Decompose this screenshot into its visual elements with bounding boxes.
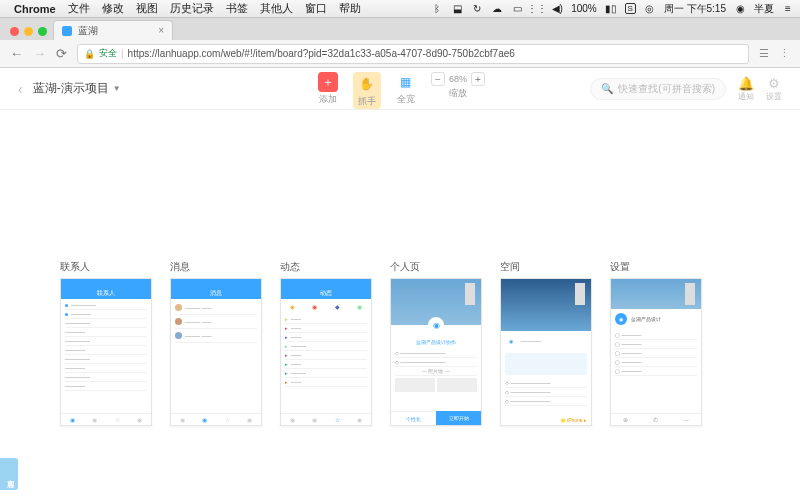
notify-label: 通知: [738, 91, 754, 102]
menu-help[interactable]: 帮助: [339, 1, 361, 16]
secure-label: 安全: [99, 47, 117, 60]
full-label: 全宽: [397, 93, 415, 106]
battery-percent: 100%: [571, 3, 597, 14]
wifi-icon[interactable]: ⋮⋮: [531, 3, 543, 15]
tab-close-icon[interactable]: ×: [158, 25, 164, 36]
siri-icon[interactable]: ◉: [734, 3, 746, 15]
screen-thumb: ◉蓝湖产品设计 ▢ ———— ▢ ———— ▢ ———— ▢ ———— ▢ ——…: [610, 278, 702, 426]
window-zoom-icon[interactable]: [38, 27, 47, 36]
toolbar-center: ＋ 添加 ✋ 抓手 ▦ 全宽 − 68% + 缩放: [315, 72, 485, 109]
volume-icon[interactable]: ◀): [551, 3, 563, 15]
sync-icon[interactable]: ↻: [471, 3, 483, 15]
battery-icon[interactable]: ▮▯: [605, 3, 617, 15]
chrome-tabstrip: 蓝湖 ×: [0, 18, 800, 40]
address-bar[interactable]: 🔒 安全 | https://lanhuapp.com/web/#!/item/…: [77, 44, 749, 64]
dropbox-icon[interactable]: ⬓: [451, 3, 463, 15]
spotlight-icon[interactable]: ◎: [644, 3, 656, 15]
screens-row: 联系人 联系人 ————— ———— ————— ———— ————— ————…: [60, 260, 740, 426]
project-switcher[interactable]: 蓝湖-演示项目 ▼: [33, 80, 121, 97]
search-icon: 🔍: [601, 83, 613, 94]
full-width-button[interactable]: ▦ 全宽: [393, 72, 419, 106]
customer-service-button[interactable]: 客服: [0, 458, 18, 490]
nav-forward-icon[interactable]: →: [33, 46, 46, 61]
back-button[interactable]: ‹: [18, 81, 23, 97]
mac-menubar: Chrome 文件 修改 视图 历史记录 书签 其他人 窗口 帮助 ᛒ ⬓ ↻ …: [0, 0, 800, 18]
ime-icon[interactable]: S: [625, 3, 636, 14]
add-label: 添加: [319, 93, 337, 106]
hand-tool-button[interactable]: ✋ 抓手: [353, 72, 381, 109]
gear-icon: ⚙: [768, 76, 780, 91]
screen-label: 个人页: [390, 260, 482, 274]
menu-view[interactable]: 视图: [136, 1, 158, 16]
menubar-clock[interactable]: 周一 下午5:15: [664, 2, 726, 16]
search-placeholder: 快速查找(可拼音搜索): [618, 82, 715, 96]
window-minimize-icon[interactable]: [24, 27, 33, 36]
zoom-control: − 68% + 缩放: [431, 72, 485, 100]
chrome-menu-icon[interactable]: ⋮: [779, 47, 790, 60]
zoom-label: 缩放: [449, 87, 467, 100]
zoom-out-button[interactable]: −: [431, 72, 445, 86]
lock-icon: 🔒: [84, 49, 95, 59]
nav-back-icon[interactable]: ←: [10, 46, 23, 61]
hand-icon: ✋: [357, 74, 377, 94]
menubar-user[interactable]: 半夏: [754, 2, 774, 16]
menu-app[interactable]: Chrome: [14, 3, 56, 15]
url-text: https://lanhuapp.com/web/#!/item/board?p…: [128, 48, 515, 59]
browser-tab[interactable]: 蓝湖 ×: [53, 20, 173, 40]
add-button[interactable]: ＋ 添加: [315, 72, 341, 106]
menu-edit[interactable]: 修改: [102, 1, 124, 16]
screen-item-settings-screen[interactable]: 设置 ◉蓝湖产品设计 ▢ ———— ▢ ———— ▢ ———— ▢ ———— ▢…: [610, 260, 702, 426]
project-name-label: 蓝湖-演示项目: [33, 80, 109, 97]
menu-history[interactable]: 历史记录: [170, 1, 214, 16]
page-content: ‹ 蓝湖-演示项目 ▼ ＋ 添加 ✋ 抓手 ▦ 全宽 − 68% +: [0, 68, 800, 500]
chrome-profile-icon[interactable]: ☰: [759, 47, 769, 60]
grid-icon: ▦: [396, 72, 416, 92]
hand-label: 抓手: [358, 95, 376, 108]
display-icon[interactable]: ▭: [511, 3, 523, 15]
menu-window[interactable]: 窗口: [305, 1, 327, 16]
screen-item-feed[interactable]: 动态 动态 ◆◉◆◉ ▸ —— ▸ —— ▸ —— ▸ ——— ▸ —— ▸ —…: [280, 260, 372, 426]
zoom-in-button[interactable]: +: [471, 72, 485, 86]
screen-item-messages[interactable]: 消息 消息 ——— —— ——— —— ——— —— ◉◉☆◉: [170, 260, 262, 426]
bell-icon: 🔔: [738, 76, 754, 91]
canvas[interactable]: 联系人 联系人 ————— ———— ————— ———— ————— ————…: [0, 110, 800, 426]
screen-label: 动态: [280, 260, 372, 274]
screen-label: 消息: [170, 260, 262, 274]
chevron-down-icon: ▼: [113, 84, 121, 93]
settings-button[interactable]: ⚙ 设置: [766, 76, 782, 102]
tab-title: 蓝湖: [78, 24, 98, 38]
nav-reload-icon[interactable]: ⟳: [56, 46, 67, 61]
screen-label: 空间: [500, 260, 592, 274]
menu-bookmarks[interactable]: 书签: [226, 1, 248, 16]
window-traffic-lights: [6, 27, 53, 40]
screen-thumb: 动态 ◆◉◆◉ ▸ —— ▸ —— ▸ —— ▸ ——— ▸ —— ▸ —— ▸…: [280, 278, 372, 426]
window-close-icon[interactable]: [10, 27, 19, 36]
settings-label: 设置: [766, 91, 782, 102]
zoom-value: 68%: [449, 74, 467, 84]
screen-item-profile[interactable]: 个人页 ◉ 蓝湖产品设计协作 ◇ ————————— ◇ ————————— —…: [390, 260, 482, 426]
menu-people[interactable]: 其他人: [260, 1, 293, 16]
screen-thumb: 消息 ——— —— ——— —— ——— —— ◉◉☆◉: [170, 278, 262, 426]
notification-center-icon[interactable]: ≡: [782, 3, 794, 15]
plus-icon: ＋: [318, 72, 338, 92]
bluetooth-icon[interactable]: ᛒ: [431, 3, 443, 15]
menu-file[interactable]: 文件: [68, 1, 90, 16]
notifications-button[interactable]: 🔔 通知: [738, 76, 754, 102]
screen-item-space[interactable]: 空间 ◉ ———— ◇ ———————— ◇ ———————— ◇ ——————…: [500, 260, 592, 426]
chrome-toolbar: ← → ⟳ 🔒 安全 | https://lanhuapp.com/web/#!…: [0, 40, 800, 68]
app-header: ‹ 蓝湖-演示项目 ▼ ＋ 添加 ✋ 抓手 ▦ 全宽 − 68% +: [0, 68, 800, 110]
screen-label: 联系人: [60, 260, 152, 274]
tab-favicon-icon: [62, 26, 72, 36]
screen-item-contacts[interactable]: 联系人 联系人 ————— ———— ————— ———— ————— ————…: [60, 260, 152, 426]
screen-label: 设置: [610, 260, 702, 274]
screen-thumb: ◉ 蓝湖产品设计协作 ◇ ————————— ◇ ————————— — 照片墙…: [390, 278, 482, 426]
screen-thumb: ◉ ———— ◇ ———————— ◇ ———————— ◇ ———————— …: [500, 278, 592, 426]
screen-thumb: 联系人 ————— ———— ————— ———— ————— ———— ———…: [60, 278, 152, 426]
cloud-icon[interactable]: ☁: [491, 3, 503, 15]
search-input[interactable]: 🔍 快速查找(可拼音搜索): [590, 78, 726, 100]
